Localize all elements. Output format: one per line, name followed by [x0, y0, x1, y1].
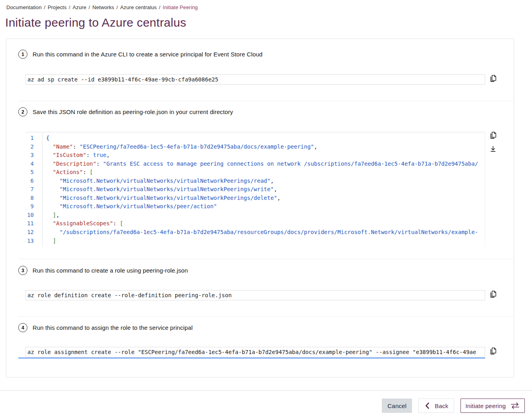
editor-code-line: "Microsoft.Network/virtualNetworks/virtu…: [46, 194, 485, 203]
download-icon: [489, 145, 497, 153]
chevron-left-icon: [424, 402, 430, 409]
footer-actions: Cancel Back Initiate peering: [382, 399, 525, 413]
editor-code-line: "Actions": [: [46, 168, 485, 177]
step-2-header: 2 Save this JSON role definition as peer…: [18, 107, 233, 116]
editor-line-number: 6: [25, 177, 42, 186]
step-3-command-input[interactable]: [25, 290, 485, 300]
editor-line-number: 2: [25, 143, 42, 151]
back-button[interactable]: Back: [418, 399, 454, 413]
editor-line-number: 7: [25, 185, 42, 194]
editor-code-line: "Name": "ESCPeering/fa7eed6a-1ec5-4efa-b…: [46, 143, 485, 151]
copy-icon: [489, 289, 497, 298]
breadcrumb-separator: /: [87, 4, 91, 10]
step-4-number-badge: 4: [18, 323, 27, 332]
editor-code-line: "Microsoft.Network/virtualNetworks/virtu…: [46, 177, 485, 186]
breadcrumb: Documentation / Projects / Azure / Netwo…: [6, 4, 198, 10]
copy-button[interactable]: [488, 289, 498, 299]
copy-button[interactable]: [488, 346, 498, 356]
editor-code-line: {: [46, 134, 485, 143]
initiate-peering-button[interactable]: Initiate peering: [460, 399, 525, 413]
editor-line-number: 13: [25, 237, 42, 246]
step-4-header: 4 Run this command to assign the role to…: [18, 323, 193, 332]
step-3-instruction: Run this command to create a role using …: [33, 267, 188, 274]
step-separator: [18, 101, 514, 101]
editor-code-line: "/subscriptions/fa7eed6a-1ec5-4efa-b71a-…: [46, 228, 485, 237]
step-4-command-field: [18, 347, 485, 358]
json-role-editor[interactable]: 1234567891011121314 { "Name": "ESCPeerin…: [25, 132, 485, 247]
step-1-number-badge: 1: [18, 50, 27, 59]
breadcrumb-link[interactable]: Documentation: [6, 4, 42, 10]
step-1-header: 1 Run this command in the Azure CLI to c…: [18, 50, 263, 59]
step-1-command-input[interactable]: [25, 74, 485, 85]
editor-code-line: "Microsoft.Network/virtualNetworks/virtu…: [46, 185, 485, 194]
copy-button[interactable]: [488, 130, 498, 140]
editor-line-number: 8: [25, 194, 42, 203]
editor-line-number: 12: [25, 228, 42, 237]
editor-line-number: 14: [25, 245, 42, 247]
editor-code-line: ]: [46, 237, 485, 246]
editor-code-line: "Microsoft.Network/virtualNetworks/peer/…: [46, 202, 485, 211]
editor-line-number: 11: [25, 219, 42, 228]
copy-button[interactable]: [488, 74, 498, 83]
editor-code-line: ],: [46, 211, 485, 220]
breadcrumb-separator: /: [157, 4, 162, 10]
breadcrumb-separator: /: [68, 4, 72, 10]
copy-icon: [489, 74, 497, 82]
editor-line-number: 5: [25, 168, 42, 177]
step-4-command-input[interactable]: [25, 347, 485, 357]
focus-underline: [18, 358, 485, 358]
footer-divider: [0, 390, 532, 391]
back-button-label: Back: [435, 403, 448, 409]
editor-code-line: "IsCustom": true,: [46, 151, 485, 160]
copy-icon: [489, 346, 497, 355]
editor-code-line: "AssignableScopes": [: [46, 219, 485, 228]
breadcrumb-link[interactable]: Azure centralus: [120, 4, 157, 10]
step-3-header: 3 Run this command to create a role usin…: [18, 266, 188, 275]
step-2-instruction: Save this JSON role definition as peerin…: [33, 108, 233, 115]
step-1-instruction: Run this command in the Azure CLI to cre…: [33, 51, 263, 58]
breadcrumb-link[interactable]: Azure: [73, 4, 86, 10]
step-4-instruction: Run this command to assign the role to t…: [33, 324, 193, 331]
editor-code-line: }: [46, 245, 485, 247]
editor-code-line: "Description": "Grants ESC access to man…: [46, 160, 485, 168]
wizard-card: 1 Run this command in the Azure CLI to c…: [6, 39, 514, 377]
editor-line-number: 9: [25, 202, 42, 211]
step-separator: [18, 316, 514, 317]
editor-line-number: 3: [25, 151, 42, 160]
breadcrumb-current: Initiate Peering: [163, 4, 198, 10]
download-button[interactable]: [488, 145, 498, 154]
breadcrumb-link[interactable]: Networks: [92, 4, 114, 10]
cancel-button-label: Cancel: [387, 403, 406, 409]
cancel-button[interactable]: Cancel: [382, 399, 412, 413]
editor-line-numbers: 1234567891011121314: [25, 132, 43, 247]
breadcrumb-separator: /: [43, 4, 47, 10]
copy-icon: [489, 130, 497, 139]
editor-line-number: 10: [25, 211, 42, 220]
step-separator: [18, 259, 514, 259]
step-2-number-badge: 2: [18, 107, 27, 116]
editor-line-number: 1: [25, 134, 42, 143]
swap-arrows-icon: [510, 402, 520, 410]
breadcrumb-separator: /: [115, 4, 119, 10]
step-3-number-badge: 3: [18, 266, 27, 275]
editor-code: { "Name": "ESCPeering/fa7eed6a-1ec5-4efa…: [43, 132, 485, 247]
initiate-peering-button-label: Initiate peering: [465, 403, 506, 409]
editor-line-number: 4: [25, 160, 42, 168]
breadcrumb-link[interactable]: Projects: [48, 4, 67, 10]
page-title: Initiate peering to Azure centralus: [5, 16, 186, 29]
